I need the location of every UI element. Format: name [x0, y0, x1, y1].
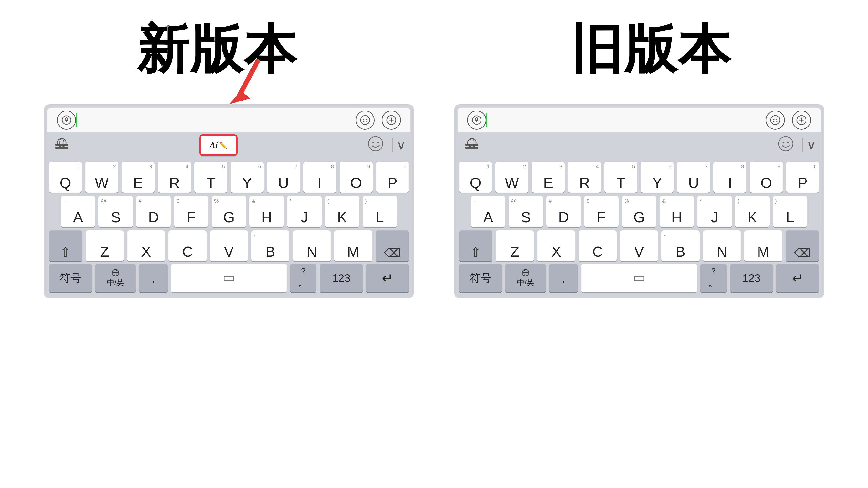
key-h[interactable]: &H — [249, 196, 284, 227]
key-k[interactable]: (K — [325, 196, 359, 227]
key-u-old[interactable]: 7U — [677, 162, 710, 193]
svg-point-39 — [779, 137, 793, 151]
key-r-old[interactable]: 4R — [568, 162, 601, 193]
key-l[interactable]: )L — [363, 196, 397, 227]
svg-point-17 — [368, 137, 383, 151]
key-g-old[interactable]: %G — [622, 196, 656, 227]
key-s-old[interactable]: @S — [509, 196, 543, 227]
key-y-old[interactable]: 6Y — [641, 162, 674, 193]
key-shift[interactable]: ⇧ — [49, 230, 82, 261]
key-j-old[interactable]: *J — [697, 196, 732, 227]
key-b-old[interactable]: -B — [661, 230, 700, 261]
key-123-old[interactable]: 123 — [730, 264, 773, 292]
key-i[interactable]: 8I — [303, 162, 336, 193]
microphone-icon-old[interactable] — [467, 111, 486, 130]
key-return-old[interactable]: ↵ — [776, 264, 819, 292]
key-row-2: ~A @S #D $F %G &H *J (K )L — [49, 196, 409, 227]
key-q[interactable]: 1Q — [49, 162, 82, 193]
key-b[interactable]: -B — [251, 230, 289, 261]
key-f[interactable]: $F — [174, 196, 209, 227]
key-z-old[interactable]: Z — [496, 230, 534, 261]
globe-icon-old[interactable] — [460, 136, 484, 155]
emoji-icon-old[interactable] — [766, 111, 785, 130]
key-lang[interactable]: 中/英 — [95, 264, 136, 292]
key-shift-old[interactable]: ⇧ — [459, 230, 492, 261]
key-r[interactable]: 4R — [158, 162, 191, 193]
key-n[interactable]: N — [293, 230, 331, 261]
key-period-old[interactable]: ? 。 — [700, 264, 726, 292]
globe-icon[interactable] — [50, 136, 74, 155]
key-u[interactable]: 7U — [267, 162, 300, 193]
key-d[interactable]: #D — [136, 196, 170, 227]
key-comma-old[interactable]: , — [549, 264, 578, 292]
microphone-icon[interactable] — [57, 111, 76, 130]
key-p-old[interactable]: 0P — [786, 162, 819, 193]
key-m-old[interactable]: M — [744, 230, 782, 261]
key-123[interactable]: 123 — [320, 264, 363, 292]
key-space-old[interactable] — [581, 264, 697, 292]
key-e[interactable]: 3E — [122, 162, 155, 193]
key-c-old[interactable]: C — [579, 230, 617, 261]
key-d-old[interactable]: #D — [546, 196, 581, 227]
svg-rect-35 — [465, 144, 478, 146]
key-symbol[interactable]: 符号 — [49, 264, 92, 292]
text-cursor-old — [486, 113, 487, 127]
key-backspace-old[interactable]: ⌫ — [786, 230, 819, 261]
key-period[interactable]: ? 。 — [290, 264, 316, 292]
key-t[interactable]: 5T — [194, 162, 227, 193]
key-v-old[interactable]: _V — [620, 230, 658, 261]
smiley-icon-old[interactable] — [777, 135, 794, 155]
key-l-old[interactable]: )L — [773, 196, 807, 227]
svg-rect-13 — [55, 144, 68, 146]
key-row-1-old: 1Q 2W 3E 4R 5T 6Y 7U 8I 9O 0P — [459, 162, 819, 193]
toolbar-old: ∨ — [458, 132, 820, 158]
key-m[interactable]: M — [334, 230, 372, 261]
key-x[interactable]: X — [127, 230, 165, 261]
svg-rect-45 — [634, 276, 644, 277]
new-version-title: 新版本 — [137, 14, 298, 85]
key-symbol-old[interactable]: 符号 — [459, 264, 502, 292]
key-f-old[interactable]: $F — [584, 196, 619, 227]
key-x-old[interactable]: X — [537, 230, 576, 261]
topbar-right — [355, 111, 401, 130]
key-space[interactable] — [171, 264, 287, 292]
toolbar-divider — [392, 138, 393, 152]
key-g[interactable]: %G — [212, 196, 246, 227]
key-o[interactable]: 9O — [340, 162, 372, 193]
add-icon-old[interactable] — [792, 111, 811, 130]
key-t-old[interactable]: 5T — [604, 162, 638, 193]
key-v[interactable]: _V — [210, 230, 248, 261]
key-o-old[interactable]: 9O — [750, 162, 783, 193]
key-comma[interactable]: , — [139, 264, 168, 292]
key-a-old[interactable]: ~A — [471, 196, 505, 227]
key-row-1: 1Q 2W 3E 4R 5T 6Y 7U 8I 9O 0P — [49, 162, 409, 193]
key-n-old[interactable]: N — [703, 230, 741, 261]
ai-pencil-icon: ✏️ — [219, 141, 227, 149]
emoji-icon[interactable] — [355, 111, 375, 130]
key-p[interactable]: 0P — [376, 162, 409, 193]
ai-button-highlighted[interactable]: Ai ✏️ — [199, 135, 238, 156]
key-h-old[interactable]: &H — [659, 196, 694, 227]
keyboard-old: ∨ 1Q 2W 3E 4R 5T 6Y 7U 8I 9O 0P — [454, 104, 824, 298]
key-s[interactable]: @S — [98, 196, 133, 227]
add-icon[interactable] — [382, 111, 401, 130]
key-a[interactable]: ~A — [61, 196, 95, 227]
chevron-down-icon-old[interactable]: ∨ — [807, 138, 816, 152]
key-w-old[interactable]: 2W — [495, 162, 528, 193]
key-w[interactable]: 2W — [85, 162, 118, 193]
key-return[interactable]: ↵ — [366, 264, 409, 292]
key-y[interactable]: 6Y — [230, 162, 264, 193]
key-k-old[interactable]: (K — [735, 196, 770, 227]
smiley-icon[interactable] — [367, 135, 384, 155]
key-row-3: ⇧ Z X C _V -B N M ⌫ — [49, 230, 409, 261]
key-e-old[interactable]: 3E — [532, 162, 565, 193]
key-q-old[interactable]: 1Q — [459, 162, 492, 193]
chevron-down-icon[interactable]: ∨ — [397, 138, 406, 152]
key-z[interactable]: Z — [86, 230, 124, 261]
key-lang-old[interactable]: 中/英 — [505, 264, 546, 292]
bottom-row-new: 符号 中/英 , ? 。 123 — [48, 264, 410, 293]
key-i-old[interactable]: 8I — [713, 162, 746, 193]
key-c[interactable]: C — [168, 230, 207, 261]
key-backspace[interactable]: ⌫ — [376, 230, 409, 261]
key-j[interactable]: *J — [287, 196, 321, 227]
